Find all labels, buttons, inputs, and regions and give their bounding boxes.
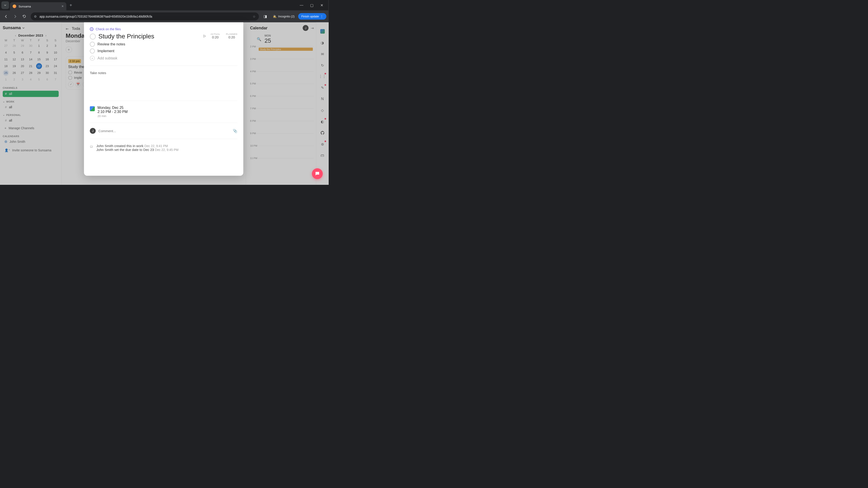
calendar-day[interactable]: 9 [44,50,50,56]
checkbox-icon[interactable] [90,42,95,47]
task-schedule[interactable]: Monday, Dec 25 2:10 PM - 2:30 PM 20 min [90,106,237,118]
calendar-event[interactable]: Study the Principles [258,48,313,51]
channel-work-all[interactable]: # all [3,104,59,110]
calendar-day[interactable]: 2 [44,43,50,49]
calendar-day[interactable]: 14 [28,57,34,62]
maximize-icon[interactable]: ▢ [310,3,313,7]
asana-icon[interactable]: ⋮⋮ [319,73,326,80]
calendar-day[interactable]: 23 [44,63,50,69]
calendar-day[interactable]: 16 [44,57,50,62]
calendar-day[interactable]: 29 [36,70,42,76]
close-window-icon[interactable]: ✕ [320,3,323,7]
panel-icon[interactable]: ◑ [319,39,326,46]
planned-time[interactable]: PLANNED 0:20 [226,33,238,39]
user-avatar[interactable]: J [303,25,309,31]
calendar-day[interactable]: 6 [44,76,50,83]
next-month-button[interactable]: › [45,33,46,37]
calendar-day[interactable]: 7 [28,50,34,56]
calendar-day[interactable]: 3 [20,76,25,83]
forward-button[interactable] [11,12,19,20]
add-task-button[interactable]: + [66,46,72,53]
task-notes[interactable]: Take notes [90,71,237,96]
calendar-day[interactable]: 22 [36,63,42,69]
checkbox-icon[interactable] [90,48,95,54]
calendar-day[interactable]: 27 [20,70,25,76]
task-complete-checkbox[interactable] [90,34,96,39]
complete-icon[interactable]: ✓ [68,82,74,87]
outlook-icon[interactable]: ◇ [319,107,326,113]
calendar-day[interactable]: 3 [53,43,58,49]
bookmark-icon[interactable]: ☆ [253,14,256,18]
incognito-indicator[interactable]: 🕵 Incognito (2) [271,15,297,18]
notion-icon[interactable]: N [319,96,326,102]
start-timer-button[interactable] [202,34,206,38]
calendar-day[interactable]: 7 [53,76,58,83]
calendar-day[interactable]: 4 [3,50,9,56]
back-button[interactable] [2,12,10,20]
site-settings-icon[interactable]: ⚙ [34,14,37,18]
intercom-button[interactable] [312,168,323,179]
gmail-icon[interactable]: ✉ [319,51,326,57]
prev-month-button[interactable]: ‹ [15,33,16,37]
calendar-day[interactable]: 19 [11,63,17,69]
personal-section[interactable]: ⌄ PERSONAL [3,113,59,116]
github-icon[interactable] [319,130,326,136]
workspace-switcher[interactable]: Sunsama [3,26,59,30]
calendar-day[interactable]: 1 [3,76,9,83]
calendar-day[interactable]: 31 [53,70,58,76]
todoist-icon[interactable]: ✎ [319,85,326,91]
calendar-day[interactable]: 26 [11,70,17,76]
attach-icon[interactable]: 📎 [233,129,237,133]
linear-icon[interactable]: ◐ [319,119,326,125]
archive-icon[interactable]: 🗃 [319,152,326,159]
calendar-day[interactable]: 28 [28,70,34,76]
calendar-day[interactable]: 28 [11,43,17,49]
checkbox-icon[interactable] [68,76,72,80]
finish-update-button[interactable]: Finish update ⋮ [298,13,327,20]
invite-button[interactable]: 👤⁺ Invite someone to Sunsama [3,148,59,153]
calendar-day[interactable]: 30 [28,43,34,49]
calendar-day[interactable]: 11 [3,57,9,62]
comment-input[interactable] [98,129,230,133]
calendar-day[interactable]: 13 [20,57,25,62]
channel-personal-all[interactable]: # all [3,117,59,124]
calendar-day[interactable]: 24 [53,63,58,69]
task-title[interactable]: Study the Principles [98,33,199,40]
calendar-day[interactable]: 30 [44,70,50,76]
channel-all[interactable]: # all [3,91,59,97]
calendar-day[interactable]: 6 [20,50,25,56]
calendar-timeline[interactable]: 2 PMStudy the Principles3 PM4 PM5 PM6 PM… [250,46,314,170]
mini-calendar[interactable]: MTWTFSS272829301234567891011121314151617… [3,39,59,83]
calendar-day[interactable]: 20 [20,63,25,69]
new-tab-button[interactable]: + [70,2,72,8]
actual-time[interactable]: ACTUAL 0:20 [211,33,220,39]
calendar-day[interactable]: 4 [28,76,34,83]
calendar-day[interactable]: 2 [11,76,17,83]
calendar-day[interactable]: 1 [36,43,42,49]
browser-tab[interactable]: Sunsama × [10,2,66,10]
collapse-sidebar-icon[interactable]: ⇤ [66,26,69,31]
calendar-day[interactable]: 17 [53,57,58,62]
schedule-icon[interactable]: 📅 [75,82,81,87]
calendar-day[interactable]: 10 [53,50,58,56]
calendar-day[interactable]: 18 [3,63,9,69]
work-section[interactable]: ⌄ WORK [3,100,59,103]
address-bar[interactable]: ⚙ app.sunsama.com/group/1703182764469638… [31,12,259,20]
google-calendar-icon[interactable] [319,28,326,35]
settings-icon[interactable]: ⊚ [319,141,326,147]
today-link[interactable]: Toda [72,26,80,31]
calendar-item[interactable]: John Smith [3,139,59,144]
sidepanel-icon[interactable]: ◨ [261,12,269,20]
calendar-day[interactable]: 15 [36,57,42,62]
calendar-day[interactable]: 29 [20,43,25,49]
calendar-day[interactable]: 25 [3,70,9,76]
close-tab-icon[interactable]: × [61,4,64,8]
calendar-day[interactable]: 5 [36,76,42,83]
tab-search-button[interactable] [1,1,9,9]
add-subtask-button[interactable]: + Add subtask [90,56,237,61]
calendar-day[interactable]: 8 [36,50,42,56]
calendar-day[interactable]: 27 [3,43,9,49]
checkbox-icon[interactable] [68,70,72,74]
calendar-day[interactable]: 21 [28,63,34,69]
subtask-row[interactable]: Implement [90,48,237,54]
